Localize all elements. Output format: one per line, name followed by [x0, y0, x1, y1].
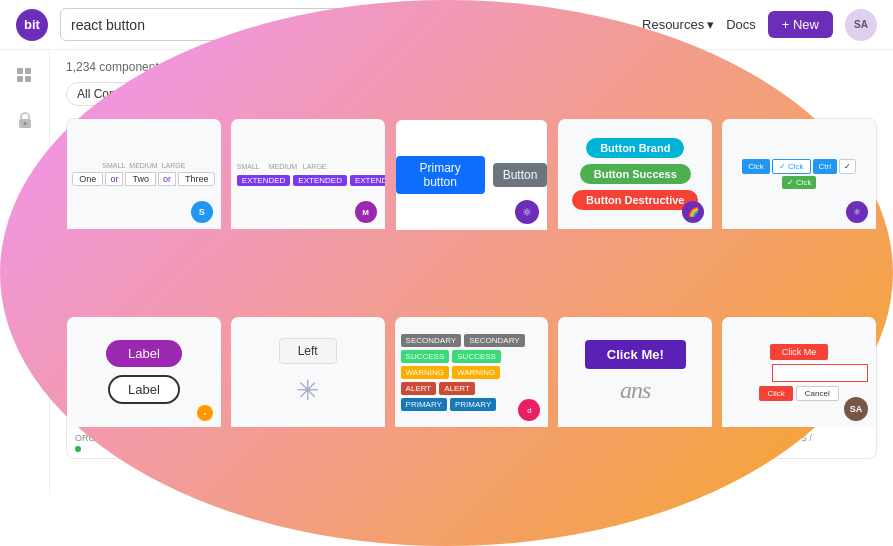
logo[interactable]: bit — [16, 9, 48, 41]
card-preview-material: SMALL MEDIUM LARGE EXTENDED EXTENDED EXT… — [231, 119, 385, 229]
chevron-down-icon: ▾ — [707, 17, 714, 32]
avatar[interactable]: SA — [845, 9, 877, 41]
card-preview-bootstrap: Primary button Button ⚛ — [396, 120, 548, 230]
new-button[interactable]: + New — [768, 11, 833, 38]
svg-rect-0 — [17, 68, 23, 74]
card-preview-rainbow: Button Brand Button Success Button Destr… — [558, 119, 712, 229]
card-preview-foundation: SECONDARY SECONDARY SUCCESS SUCCESS WARN… — [395, 317, 549, 427]
sidebar-grid-icon[interactable] — [11, 62, 39, 90]
card-preview-prime: Clck ✓ Clck Ctrl ✓ ✓ Clck ⚛ — [722, 119, 876, 229]
docs-button[interactable]: Docs — [726, 17, 756, 32]
sidebar-lock-icon[interactable] — [11, 106, 39, 134]
svg-point-5 — [23, 122, 26, 125]
resources-button[interactable]: Resources ▾ — [642, 17, 714, 32]
card-preview-semantic: SMALL MEDIUM LARGE One or Two or Three S — [67, 119, 221, 229]
card-preview-reactstrap: Left ✳ — [231, 317, 385, 427]
card-preview-uicomp: Click Me Click Cancel SA — [722, 317, 876, 427]
svg-rect-2 — [17, 76, 23, 82]
svg-rect-1 — [25, 68, 31, 74]
header: bit ✕ Resources ▾ Docs + New SA — [0, 0, 893, 50]
header-right: Resources ▾ Docs + New SA — [642, 9, 877, 41]
card-preview-baseui: Click Me! ans — [558, 317, 712, 427]
svg-rect-3 — [25, 76, 31, 82]
primary-button-preview: Primary button — [396, 156, 485, 194]
button-preview: Button — [493, 163, 548, 187]
logo-text: bit — [24, 17, 40, 32]
card-preview-orgnmi: Label Label • — [67, 317, 221, 427]
